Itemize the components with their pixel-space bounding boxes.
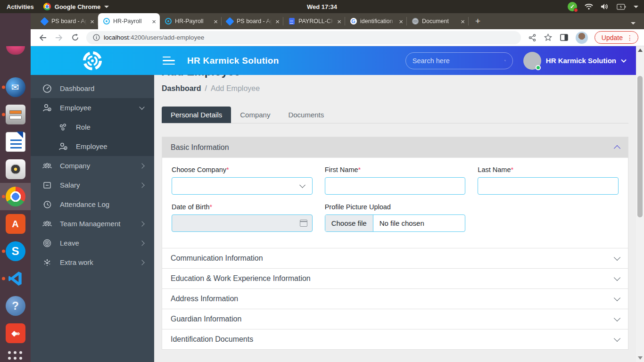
- wallet-icon: [42, 181, 52, 190]
- sync-status-icon[interactable]: ✓: [568, 2, 577, 11]
- search-input[interactable]: [413, 57, 501, 65]
- tab-search-caret-icon[interactable]: [631, 22, 636, 25]
- tab-title: PS board - Agil: [51, 18, 87, 25]
- browser-tab[interactable]: G identification c ×: [345, 13, 407, 29]
- choose-file-button[interactable]: Choose file: [325, 215, 373, 231]
- scrollbar-thumb[interactable]: [637, 76, 643, 217]
- accordion-guardian-information[interactable]: Guardian Information: [162, 309, 628, 329]
- accordion-basic-information[interactable]: Basic Information: [162, 137, 628, 157]
- wifi-icon[interactable]: [585, 3, 593, 10]
- dock-item-file-manager[interactable]: [0, 101, 31, 128]
- browser-tab[interactable]: Document ×: [407, 13, 469, 29]
- tab-close-button[interactable]: ×: [399, 18, 403, 25]
- page-scrollbar[interactable]: [636, 46, 644, 362]
- browser-menu-icon[interactable]: ⋮: [627, 34, 633, 41]
- user-menu[interactable]: HR Karmick Solution: [523, 52, 627, 70]
- side-panel-icon[interactable]: [560, 33, 569, 42]
- scroll-down-arrow[interactable]: [638, 356, 643, 360]
- last-name-input[interactable]: [483, 182, 613, 190]
- tab-company[interactable]: Company: [231, 107, 279, 123]
- tab-close-button[interactable]: ×: [152, 18, 156, 25]
- header-search: [405, 52, 513, 69]
- update-button[interactable]: Update ⋮: [594, 31, 638, 44]
- sidebar-item-role[interactable]: Role: [31, 117, 154, 137]
- volume-icon[interactable]: [601, 3, 609, 10]
- dock-item-vscode[interactable]: [0, 265, 31, 292]
- browser-tab-strip: PS board - Agil × HR-Payroll × HR-Payrol…: [31, 13, 644, 29]
- dock-item-libreoffice-writer[interactable]: [0, 128, 31, 156]
- sidebar-item-leave[interactable]: Leave: [31, 233, 154, 253]
- browser-tab[interactable]: PS board - Agil ×: [222, 13, 283, 29]
- bookmark-star-icon[interactable]: [544, 33, 553, 42]
- accordion-identification-documents[interactable]: Identification Documents: [162, 329, 628, 349]
- dock-item-skype[interactable]: S: [0, 238, 31, 265]
- back-button[interactable]: [38, 33, 48, 42]
- site-info-icon[interactable]: [93, 34, 100, 41]
- tab-title: PS board - Agil: [237, 18, 272, 25]
- hr-karmick-logo-icon[interactable]: [82, 50, 103, 71]
- dock-item-chrome[interactable]: [0, 183, 31, 210]
- breadcrumb-dashboard-link[interactable]: Dashboard: [162, 84, 201, 93]
- dock-item-red-app[interactable]: ◆»: [0, 320, 31, 347]
- tab-close-button[interactable]: ×: [214, 18, 218, 25]
- sidebar-item-extra-work[interactable]: Extra work: [31, 253, 154, 272]
- required-marker: *: [511, 166, 513, 173]
- sidebar-item-employee-child[interactable]: Employee: [31, 137, 154, 156]
- brand-zone: [31, 50, 154, 71]
- dock-item-ubuntu-software[interactable]: A: [0, 210, 31, 238]
- browser-tab[interactable]: HR-Payroll ×: [160, 13, 222, 29]
- tab-documents[interactable]: Documents: [279, 107, 333, 123]
- clock[interactable]: Wed 17:34: [307, 3, 337, 10]
- choose-company-select[interactable]: [172, 177, 313, 195]
- first-name-input[interactable]: [330, 182, 461, 190]
- new-tab-button[interactable]: +: [475, 16, 480, 26]
- profile-avatar[interactable]: [576, 32, 588, 44]
- section-title: Communication Information: [171, 254, 263, 263]
- date-of-birth-input[interactable]: [172, 214, 313, 232]
- accordion-address-information[interactable]: Address Information: [162, 288, 628, 309]
- browser-tab-active[interactable]: HR-Payroll ×: [98, 13, 160, 29]
- sidebar-item-attendance-log[interactable]: Attendance Log: [31, 195, 154, 214]
- show-applications-button[interactable]: [0, 347, 31, 362]
- profile-picture-field: Profile Picture Upload Choose file No fi…: [325, 203, 466, 232]
- browser-tab[interactable]: PAYROLL-CHA ×: [283, 13, 345, 29]
- share-icon[interactable]: [528, 33, 537, 42]
- activities-button[interactable]: Activities: [7, 3, 34, 10]
- app-menu[interactable]: Google Chrome: [43, 3, 109, 10]
- reload-button[interactable]: [70, 33, 80, 42]
- dock-item-thunderbird[interactable]: ✉: [0, 74, 31, 101]
- required-marker: *: [226, 166, 229, 173]
- scroll-up-arrow[interactable]: [638, 49, 643, 52]
- accordion-communication-information[interactable]: Communication Information: [162, 248, 628, 268]
- section-title: Education & Work Experience Information: [171, 274, 311, 283]
- menu-toggle-button[interactable]: [163, 57, 175, 65]
- dock-item-help[interactable]: ?: [0, 292, 31, 320]
- sidebar-item-company[interactable]: Company: [31, 156, 154, 175]
- tab-close-button[interactable]: ×: [275, 18, 280, 25]
- tab-personal-details[interactable]: Personal Details: [162, 107, 231, 123]
- breadcrumb-separator: /: [205, 84, 207, 93]
- calendar-icon[interactable]: [300, 220, 307, 227]
- system-menu-caret-icon[interactable]: [634, 6, 638, 8]
- dock-item-partial[interactable]: [0, 46, 31, 74]
- breadcrumb-current: Add Employee: [211, 84, 260, 93]
- dock-item-rhythmbox[interactable]: [0, 156, 31, 183]
- forward-button[interactable]: [54, 33, 64, 42]
- app-sidebar: Dashboard Employee Role: [31, 75, 154, 362]
- google-docs-icon: [288, 18, 295, 25]
- tab-close-button[interactable]: ×: [461, 18, 465, 25]
- tab-close-button[interactable]: ×: [90, 18, 94, 25]
- accordion-education-work-information[interactable]: Education & Work Experience Information: [162, 268, 628, 288]
- profile-picture-file-input[interactable]: Choose file No file chosen: [325, 214, 466, 232]
- sidebar-item-employee[interactable]: Employee: [31, 98, 154, 117]
- tab-close-button[interactable]: ×: [337, 18, 341, 25]
- address-bar[interactable]: localhost:4200/users/add-employee: [86, 31, 521, 44]
- search-icon[interactable]: [504, 57, 506, 65]
- browser-tab[interactable]: PS board - Agil ×: [36, 13, 98, 29]
- sidebar-item-dashboard[interactable]: Dashboard: [31, 79, 154, 98]
- field-label: Last Name*: [478, 166, 619, 173]
- sidebar-item-team-management[interactable]: Team Management: [31, 214, 154, 233]
- battery-icon[interactable]: [617, 4, 626, 10]
- app-title: HR Karmick Solution: [187, 56, 279, 66]
- sidebar-item-salary[interactable]: Salary: [31, 175, 154, 195]
